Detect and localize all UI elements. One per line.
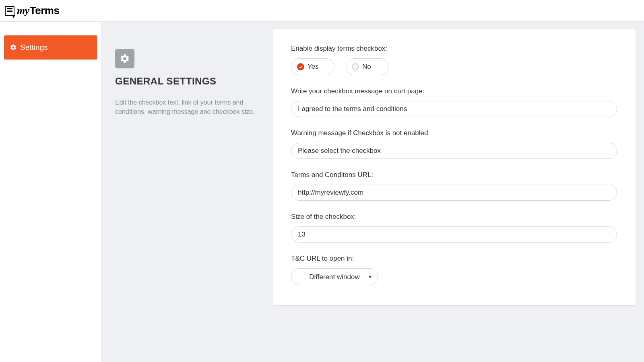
group-message: Write your checkbox message on cart page… <box>291 87 617 117</box>
no-label: No <box>362 63 371 71</box>
warning-label: Warning message if Checkbox is not enabl… <box>291 129 617 137</box>
sidebar: Settings <box>0 22 101 362</box>
check-icon <box>297 63 304 70</box>
sidebar-item-label: Settings <box>20 43 48 52</box>
settings-form: Enable display terms checkbox: Yes No <box>272 28 636 306</box>
enable-no-option[interactable]: No <box>346 58 389 75</box>
group-url: Terms and Conditons URL: <box>291 171 617 201</box>
group-size: Size of the checkbox: <box>291 213 617 243</box>
message-label: Write your checkbox message on cart page… <box>291 87 617 95</box>
app-logo-text: myTerms <box>17 4 59 17</box>
group-enable: Enable display terms checkbox: Yes No <box>291 45 617 75</box>
message-input[interactable] <box>291 101 617 117</box>
enable-yes-option[interactable]: Yes <box>291 58 334 75</box>
open-select[interactable]: Different window <box>291 268 378 285</box>
open-select-wrap: Different window ▼ <box>291 268 378 285</box>
app-header: myTerms <box>0 0 644 22</box>
page-description: Edit the checkbox text, link of your ter… <box>115 98 261 116</box>
intro-column: GENERAL SETTINGS Edit the checkbox text,… <box>115 28 272 116</box>
group-warning: Warning message if Checkbox is not enabl… <box>291 129 617 159</box>
url-input[interactable] <box>291 185 617 201</box>
page-title: GENERAL SETTINGS <box>115 76 261 92</box>
group-open: T&C URL to open in: Different window ▼ <box>291 255 617 285</box>
enable-radio-row: Yes No <box>291 58 617 75</box>
size-input[interactable] <box>291 226 617 243</box>
logo-prefix: my <box>17 5 29 16</box>
warning-input[interactable] <box>291 143 617 159</box>
yes-label: Yes <box>308 63 319 71</box>
size-label: Size of the checkbox: <box>291 213 617 221</box>
sidebar-item-settings[interactable]: Settings <box>4 35 97 60</box>
logo-doc-icon <box>5 6 14 16</box>
open-label: T&C URL to open in: <box>291 255 617 263</box>
logo-suffix: Terms <box>30 4 60 16</box>
page-body: Settings GENERAL SETTINGS Edit the check… <box>0 22 644 362</box>
main-area: GENERAL SETTINGS Edit the checkbox text,… <box>101 22 644 362</box>
url-label: Terms and Conditons URL: <box>291 171 617 179</box>
gear-icon <box>10 44 17 51</box>
enable-label: Enable display terms checkbox: <box>291 45 617 53</box>
radio-off-icon <box>352 63 359 70</box>
gear-icon <box>115 49 134 68</box>
